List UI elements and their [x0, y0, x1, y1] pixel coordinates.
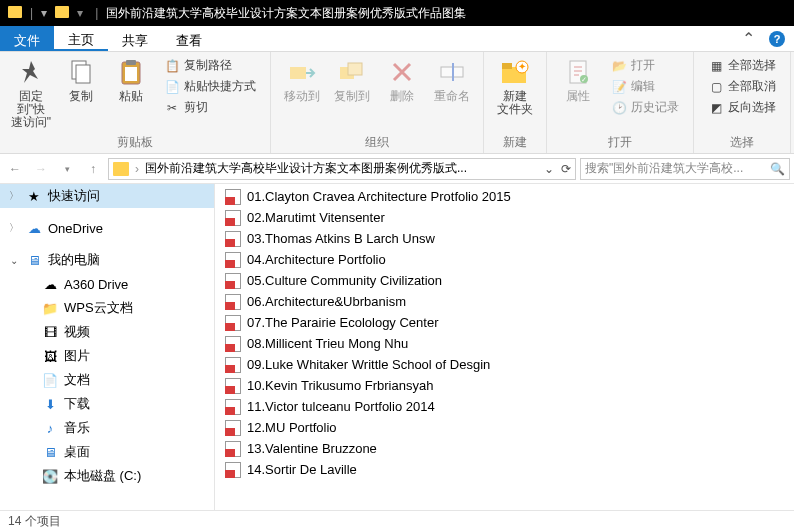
open-button[interactable]: 📂打开 — [607, 56, 683, 75]
new-folder-button[interactable]: ✦ 新建 文件夹 — [490, 54, 540, 116]
file-name: 05.Culture Community Civilization — [247, 273, 442, 288]
title-bar: | ▾ ▾ | 国外前沿建筑大学高校毕业设计方案文本图册案例优秀版式作品图集 — [0, 0, 794, 26]
nav-music[interactable]: ♪音乐 — [0, 416, 214, 440]
svg-text:✓: ✓ — [581, 76, 587, 83]
nav-wps[interactable]: 📁WPS云文档 — [0, 296, 214, 320]
path-icon: 📋 — [164, 58, 180, 74]
file-name: 01.Clayton Cravea Architecture Protfolio… — [247, 189, 511, 204]
address-field[interactable]: › 国外前沿建筑大学高校毕业设计方案文本图册案例优秀版式... ⌄ ⟳ — [108, 158, 576, 180]
help-button[interactable]: ? — [766, 28, 788, 50]
pdf-icon — [225, 315, 241, 331]
tab-file[interactable]: 文件 — [0, 26, 54, 51]
search-icon: 🔍 — [770, 162, 785, 176]
pdf-icon — [225, 294, 241, 310]
file-row[interactable]: 07.The Parairie Ecolology Center — [215, 312, 794, 333]
file-row[interactable]: 14.Sortir De Laville — [215, 459, 794, 480]
copy-to-button[interactable]: 复制到 — [327, 54, 377, 103]
file-row[interactable]: 10.Kevin Trikusumo Frbriansyah — [215, 375, 794, 396]
tab-view[interactable]: 查看 — [162, 26, 216, 51]
file-row[interactable]: 08.Millicent Trieu Mong Nhu — [215, 333, 794, 354]
folder-icon — [55, 6, 69, 18]
chevron-down-icon[interactable]: ⌄ — [544, 162, 554, 176]
invert-selection-button[interactable]: ◩反向选择 — [704, 98, 780, 117]
rename-button[interactable]: 重命名 — [427, 54, 477, 103]
file-row[interactable]: 13.Valentine Bruzzone — [215, 438, 794, 459]
nav-documents[interactable]: 📄文档 — [0, 368, 214, 392]
back-button[interactable]: ← — [4, 158, 26, 180]
nav-onedrive[interactable]: 〉☁OneDrive — [0, 216, 214, 240]
nav-a360[interactable]: ☁A360 Drive — [0, 272, 214, 296]
paste-icon — [115, 56, 147, 88]
file-row[interactable]: 12.MU Portfolio — [215, 417, 794, 438]
file-name: 13.Valentine Bruzzone — [247, 441, 377, 456]
group-label: 打开 — [553, 134, 687, 153]
paste-shortcut-button[interactable]: 📄粘贴快捷方式 — [160, 77, 260, 96]
down-icon[interactable]: ▾ — [41, 6, 47, 20]
pdf-icon — [225, 357, 241, 373]
nav-videos[interactable]: 🎞视频 — [0, 320, 214, 344]
status-bar: 14 个项目 — [0, 510, 794, 532]
file-name: 02.Marutimt Vitensenter — [247, 210, 385, 225]
nav-quick-access[interactable]: 〉★快速访问 — [0, 184, 214, 208]
delete-button[interactable]: 删除 — [377, 54, 427, 103]
selectall-icon: ▦ — [708, 58, 724, 74]
paste-button[interactable]: 粘贴 — [106, 54, 156, 103]
menu-bar: 文件 主页 共享 查看 ⌃ ? — [0, 26, 794, 52]
file-list: 01.Clayton Cravea Architecture Protfolio… — [215, 184, 794, 510]
history-button[interactable]: 🕑历史记录 — [607, 98, 683, 117]
select-all-button[interactable]: ▦全部选择 — [704, 56, 780, 75]
minimize-ribbon-icon[interactable]: ⌃ — [736, 26, 760, 51]
file-row[interactable]: 09.Luke Whitaker Writtle School of Desgi… — [215, 354, 794, 375]
selectnone-icon: ▢ — [708, 79, 724, 95]
refresh-icon[interactable]: ⟳ — [561, 162, 571, 176]
forward-button[interactable]: → — [30, 158, 52, 180]
pin-button[interactable]: 固定到"快 速访问" — [6, 54, 56, 130]
nav-downloads[interactable]: ⬇下载 — [0, 392, 214, 416]
ribbon: 固定到"快 速访问" 复制 粘贴 📋复制路径 📄粘贴快捷方式 ✂剪切 剪贴板 — [0, 52, 794, 154]
item-count: 14 个项目 — [8, 513, 61, 530]
tab-share[interactable]: 共享 — [108, 26, 162, 51]
svg-rect-2 — [76, 65, 90, 83]
cut-button[interactable]: ✂剪切 — [160, 98, 260, 117]
properties-button[interactable]: ✓ 属性 — [553, 54, 603, 103]
recent-button[interactable]: ▾ — [56, 158, 78, 180]
cloud-icon: ☁ — [26, 220, 42, 236]
move-to-button[interactable]: 移动到 — [277, 54, 327, 103]
nav-local-disk[interactable]: 💽本地磁盘 (C:) — [0, 464, 214, 488]
search-input[interactable]: 搜索"国外前沿建筑大学高校... 🔍 — [580, 158, 790, 180]
group-label: 组织 — [277, 134, 477, 153]
file-row[interactable]: 06.Architecture&Ubrbanism — [215, 291, 794, 312]
group-label: 剪贴板 — [6, 134, 264, 153]
group-label: 新建 — [490, 134, 540, 153]
edit-button[interactable]: 📝编辑 — [607, 77, 683, 96]
tab-home[interactable]: 主页 — [54, 26, 108, 51]
star-icon: ★ — [26, 188, 42, 204]
cloud-icon: ☁ — [42, 276, 58, 292]
copy-path-button[interactable]: 📋复制路径 — [160, 56, 260, 75]
explorer-window: | ▾ ▾ | 国外前沿建筑大学高校毕业设计方案文本图册案例优秀版式作品图集 文… — [0, 0, 794, 532]
address-bar: ← → ▾ ↑ › 国外前沿建筑大学高校毕业设计方案文本图册案例优秀版式... … — [0, 154, 794, 184]
disk-icon: 💽 — [42, 468, 58, 484]
file-name: 10.Kevin Trikusumo Frbriansyah — [247, 378, 433, 393]
file-name: 07.The Parairie Ecolology Center — [247, 315, 439, 330]
svg-text:✦: ✦ — [518, 61, 526, 72]
select-none-button[interactable]: ▢全部取消 — [704, 77, 780, 96]
nav-pictures[interactable]: 🖼图片 — [0, 344, 214, 368]
file-row[interactable]: 04.Architecture Portfolio — [215, 249, 794, 270]
file-name: 04.Architecture Portfolio — [247, 252, 386, 267]
address-text: 国外前沿建筑大学高校毕业设计方案文本图册案例优秀版式... — [145, 160, 538, 177]
new-folder-icon: ✦ — [499, 56, 531, 88]
up-button[interactable]: ↑ — [82, 158, 104, 180]
file-row[interactable]: 02.Marutimt Vitensenter — [215, 207, 794, 228]
copy-button[interactable]: 复制 — [56, 54, 106, 103]
file-row[interactable]: 01.Clayton Cravea Architecture Protfolio… — [215, 186, 794, 207]
file-row[interactable]: 11.Victor tulceanu Portfolio 2014 — [215, 396, 794, 417]
file-row[interactable]: 05.Culture Community Civilization — [215, 270, 794, 291]
cut-icon: ✂ — [164, 100, 180, 116]
nav-desktop[interactable]: 🖥桌面 — [0, 440, 214, 464]
file-row[interactable]: 03.Thomas Atkins B Larch Unsw — [215, 228, 794, 249]
file-name: 11.Victor tulceanu Portfolio 2014 — [247, 399, 435, 414]
file-name: 12.MU Portfolio — [247, 420, 337, 435]
nav-this-pc[interactable]: ⌄🖥我的电脑 — [0, 248, 214, 272]
copy-icon — [65, 56, 97, 88]
